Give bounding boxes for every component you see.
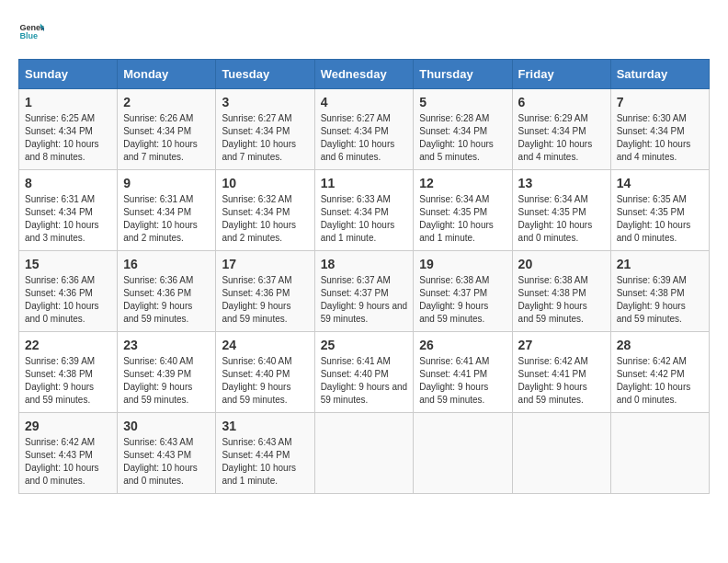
day-number: 26	[419, 338, 506, 352]
day-number: 27	[518, 338, 605, 352]
day-number: 7	[617, 95, 703, 109]
day-number: 28	[617, 338, 703, 352]
day-info: Sunrise: 6:42 AM Sunset: 4:41 PM Dayligh…	[518, 355, 605, 407]
day-number: 5	[419, 95, 506, 109]
calendar-day: 10 Sunrise: 6:32 AM Sunset: 4:34 PM Dayl…	[216, 170, 314, 251]
calendar-day: 9 Sunrise: 6:31 AM Sunset: 4:34 PM Dayli…	[118, 170, 216, 251]
day-number: 3	[222, 95, 308, 109]
day-number: 24	[222, 338, 308, 352]
calendar-day: 23 Sunrise: 6:40 AM Sunset: 4:39 PM Dayl…	[118, 332, 216, 413]
calendar-day: 31 Sunrise: 6:43 AM Sunset: 4:44 PM Dayl…	[216, 413, 314, 494]
calendar-week: 22 Sunrise: 6:39 AM Sunset: 4:38 PM Dayl…	[19, 332, 710, 413]
header-row: SundayMondayTuesdayWednesdayThursdayFrid…	[19, 60, 710, 89]
day-info: Sunrise: 6:38 AM Sunset: 4:38 PM Dayligh…	[518, 274, 605, 326]
calendar-day: 17 Sunrise: 6:37 AM Sunset: 4:36 PM Dayl…	[216, 251, 314, 332]
calendar-day: 7 Sunrise: 6:30 AM Sunset: 4:34 PM Dayli…	[610, 89, 709, 170]
svg-text:Blue: Blue	[19, 31, 38, 40]
calendar-day: 14 Sunrise: 6:35 AM Sunset: 4:35 PM Dayl…	[610, 170, 709, 251]
day-number: 21	[617, 257, 703, 271]
empty-cell	[414, 413, 512, 494]
calendar-day: 21 Sunrise: 6:39 AM Sunset: 4:38 PM Dayl…	[610, 251, 709, 332]
day-number: 23	[123, 338, 210, 352]
day-info: Sunrise: 6:41 AM Sunset: 4:41 PM Dayligh…	[419, 355, 506, 407]
empty-cell	[610, 413, 709, 494]
day-info: Sunrise: 6:34 AM Sunset: 4:35 PM Dayligh…	[419, 193, 506, 245]
day-number: 9	[123, 176, 210, 190]
day-info: Sunrise: 6:40 AM Sunset: 4:40 PM Dayligh…	[222, 355, 308, 407]
calendar-day: 6 Sunrise: 6:29 AM Sunset: 4:34 PM Dayli…	[512, 89, 610, 170]
calendar-day: 20 Sunrise: 6:38 AM Sunset: 4:38 PM Dayl…	[512, 251, 610, 332]
day-info: Sunrise: 6:40 AM Sunset: 4:39 PM Dayligh…	[123, 355, 210, 407]
day-number: 22	[25, 338, 111, 352]
day-number: 18	[321, 257, 408, 271]
day-info: Sunrise: 6:36 AM Sunset: 4:36 PM Dayligh…	[25, 274, 111, 326]
day-number: 11	[321, 176, 408, 190]
calendar-week: 1 Sunrise: 6:25 AM Sunset: 4:34 PM Dayli…	[19, 89, 710, 170]
day-number: 30	[123, 419, 210, 433]
weekday-header: Monday	[118, 60, 216, 89]
day-info: Sunrise: 6:33 AM Sunset: 4:34 PM Dayligh…	[321, 193, 408, 245]
calendar-day: 26 Sunrise: 6:41 AM Sunset: 4:41 PM Dayl…	[414, 332, 512, 413]
day-number: 25	[321, 338, 408, 352]
day-info: Sunrise: 6:36 AM Sunset: 4:36 PM Dayligh…	[123, 274, 210, 326]
calendar-day: 27 Sunrise: 6:42 AM Sunset: 4:41 PM Dayl…	[512, 332, 610, 413]
day-number: 17	[222, 257, 308, 271]
day-info: Sunrise: 6:37 AM Sunset: 4:36 PM Dayligh…	[222, 274, 308, 326]
calendar-day: 2 Sunrise: 6:26 AM Sunset: 4:34 PM Dayli…	[118, 89, 216, 170]
calendar-day: 3 Sunrise: 6:27 AM Sunset: 4:34 PM Dayli…	[216, 89, 314, 170]
calendar-day: 24 Sunrise: 6:40 AM Sunset: 4:40 PM Dayl…	[216, 332, 314, 413]
day-number: 20	[518, 257, 605, 271]
calendar-day: 4 Sunrise: 6:27 AM Sunset: 4:34 PM Dayli…	[314, 89, 414, 170]
calendar-day: 19 Sunrise: 6:38 AM Sunset: 4:37 PM Dayl…	[414, 251, 512, 332]
calendar-week: 29 Sunrise: 6:42 AM Sunset: 4:43 PM Dayl…	[19, 413, 710, 494]
day-info: Sunrise: 6:31 AM Sunset: 4:34 PM Dayligh…	[25, 193, 111, 245]
day-info: Sunrise: 6:25 AM Sunset: 4:34 PM Dayligh…	[25, 112, 111, 164]
day-number: 13	[518, 176, 605, 190]
calendar-day: 8 Sunrise: 6:31 AM Sunset: 4:34 PM Dayli…	[19, 170, 118, 251]
day-info: Sunrise: 6:42 AM Sunset: 4:43 PM Dayligh…	[25, 436, 111, 488]
calendar-day: 13 Sunrise: 6:34 AM Sunset: 4:35 PM Dayl…	[512, 170, 610, 251]
day-number: 6	[518, 95, 605, 109]
weekday-header: Thursday	[414, 60, 512, 89]
calendar-day: 11 Sunrise: 6:33 AM Sunset: 4:34 PM Dayl…	[314, 170, 414, 251]
day-info: Sunrise: 6:34 AM Sunset: 4:35 PM Dayligh…	[518, 193, 605, 245]
day-number: 14	[617, 176, 703, 190]
day-number: 8	[25, 176, 111, 190]
calendar-day: 25 Sunrise: 6:41 AM Sunset: 4:40 PM Dayl…	[314, 332, 414, 413]
calendar-day: 16 Sunrise: 6:36 AM Sunset: 4:36 PM Dayl…	[118, 251, 216, 332]
day-info: Sunrise: 6:35 AM Sunset: 4:35 PM Dayligh…	[617, 193, 703, 245]
day-info: Sunrise: 6:43 AM Sunset: 4:43 PM Dayligh…	[123, 436, 210, 488]
calendar-day: 30 Sunrise: 6:43 AM Sunset: 4:43 PM Dayl…	[118, 413, 216, 494]
day-number: 1	[25, 95, 111, 109]
day-number: 15	[25, 257, 111, 271]
day-number: 16	[123, 257, 210, 271]
day-info: Sunrise: 6:43 AM Sunset: 4:44 PM Dayligh…	[222, 436, 308, 488]
day-info: Sunrise: 6:29 AM Sunset: 4:34 PM Dayligh…	[518, 112, 605, 164]
page-header: General Blue	[18, 18, 710, 44]
day-number: 2	[123, 95, 210, 109]
day-info: Sunrise: 6:26 AM Sunset: 4:34 PM Dayligh…	[123, 112, 210, 164]
day-info: Sunrise: 6:42 AM Sunset: 4:42 PM Dayligh…	[617, 355, 703, 407]
day-info: Sunrise: 6:32 AM Sunset: 4:34 PM Dayligh…	[222, 193, 308, 245]
weekday-header: Tuesday	[216, 60, 314, 89]
day-info: Sunrise: 6:41 AM Sunset: 4:40 PM Dayligh…	[321, 355, 408, 407]
calendar-day: 18 Sunrise: 6:37 AM Sunset: 4:37 PM Dayl…	[314, 251, 414, 332]
calendar-week: 15 Sunrise: 6:36 AM Sunset: 4:36 PM Dayl…	[19, 251, 710, 332]
day-info: Sunrise: 6:27 AM Sunset: 4:34 PM Dayligh…	[321, 112, 408, 164]
calendar-day: 5 Sunrise: 6:28 AM Sunset: 4:34 PM Dayli…	[414, 89, 512, 170]
calendar-day: 1 Sunrise: 6:25 AM Sunset: 4:34 PM Dayli…	[19, 89, 118, 170]
logo: General Blue	[18, 18, 44, 44]
day-info: Sunrise: 6:28 AM Sunset: 4:34 PM Dayligh…	[419, 112, 506, 164]
day-info: Sunrise: 6:31 AM Sunset: 4:34 PM Dayligh…	[123, 193, 210, 245]
day-number: 19	[419, 257, 506, 271]
calendar-day: 15 Sunrise: 6:36 AM Sunset: 4:36 PM Dayl…	[19, 251, 118, 332]
day-number: 29	[25, 419, 111, 433]
calendar-table: SundayMondayTuesdayWednesdayThursdayFrid…	[18, 59, 710, 494]
empty-cell	[314, 413, 414, 494]
weekday-header: Friday	[512, 60, 610, 89]
logo-icon: General Blue	[18, 18, 44, 44]
day-number: 31	[222, 419, 308, 433]
weekday-header: Saturday	[610, 60, 709, 89]
empty-cell	[512, 413, 610, 494]
day-info: Sunrise: 6:39 AM Sunset: 4:38 PM Dayligh…	[25, 355, 111, 407]
